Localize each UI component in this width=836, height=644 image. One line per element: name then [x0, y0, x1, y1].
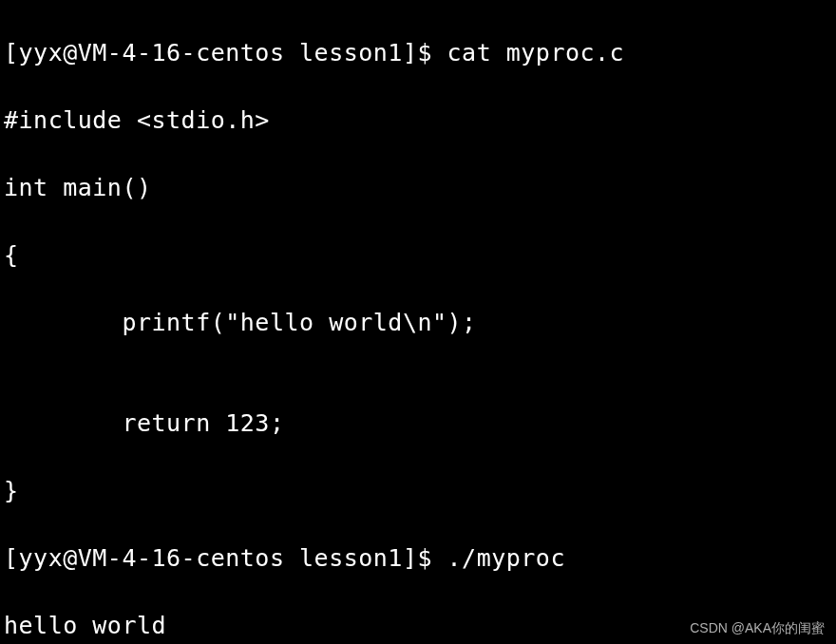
source-line: printf("hello world\n"); [4, 306, 832, 340]
command-text: ./myproc [447, 544, 565, 572]
source-line: { [4, 238, 832, 273]
shell-prompt: [yyx@VM-4-16-centos lesson1]$ [4, 544, 447, 572]
source-line: return 123; [4, 407, 832, 441]
command-text: cat myproc.c [447, 39, 625, 66]
command-line[interactable]: [yyx@VM-4-16-centos lesson1]$ cat myproc… [4, 36, 832, 70]
source-line: #include <stdio.h> [4, 104, 832, 138]
terminal-output: [yyx@VM-4-16-centos lesson1]$ cat myproc… [4, 2, 832, 644]
source-line: } [4, 474, 832, 508]
watermark-text: CSDN @AKA你的闺蜜 [690, 619, 825, 638]
shell-prompt: [yyx@VM-4-16-centos lesson1]$ [4, 39, 447, 66]
command-line[interactable]: [yyx@VM-4-16-centos lesson1]$ ./myproc [4, 541, 832, 576]
source-line: int main() [4, 171, 832, 205]
